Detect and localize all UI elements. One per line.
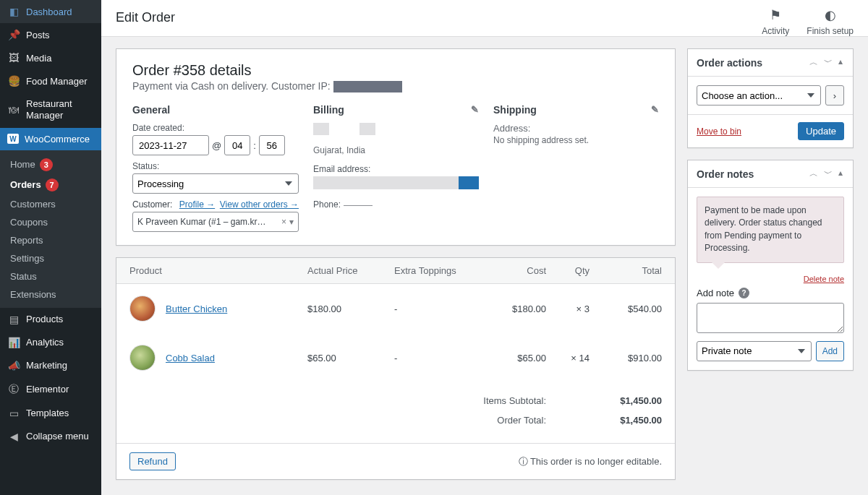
finish-setup-button[interactable]: ◐Finish setup: [807, 7, 854, 36]
ip-redacted: [333, 81, 402, 92]
marketing-icon: 📣: [7, 360, 20, 371]
item-qty: × 3: [546, 304, 590, 314]
not-editable-note: ⓘ This order is no longer editable.: [519, 455, 663, 468]
admin-sidebar: ◧Dashboard 📌Posts 🖾Media 🍔Food Manager 🍽…: [0, 0, 101, 495]
total-value: $1,450.00: [590, 415, 662, 426]
nav-woocommerce[interactable]: WWooCommerce: [0, 128, 101, 150]
item-row: Cobb Salad $65.00 - $65.00 × 14 $910.00: [116, 333, 675, 382]
nav-templates[interactable]: ▭Templates: [0, 402, 101, 425]
hour-input[interactable]: [224, 135, 250, 155]
order-note: Payment to be made upon delivery. Order …: [697, 197, 844, 263]
move-up-icon[interactable]: ︿: [808, 55, 820, 70]
general-heading: General: [132, 104, 299, 116]
order-totals: Items Subtotal:$1,450.00 Order Total:$1,…: [116, 382, 675, 443]
toggle-icon[interactable]: ▴: [837, 166, 844, 181]
order-items-box: Product Actual Price Extra Toppings Cost…: [116, 257, 676, 480]
chevron-down-icon[interactable]: ▾: [289, 217, 294, 227]
trash-link[interactable]: Move to bin: [697, 126, 741, 137]
add-note-label: Add note: [697, 288, 734, 298]
add-note-button[interactable]: Add: [816, 341, 844, 361]
move-down-icon[interactable]: ﹀: [822, 166, 834, 181]
phone-label: Phone:: [313, 199, 479, 210]
order-meta: Payment via Cash on delivery. Customer I…: [132, 80, 659, 92]
food-icon: 🍔: [7, 75, 20, 87]
orders-badge: 7: [46, 178, 59, 191]
info-icon: ⓘ: [519, 456, 528, 467]
subnav-coupons[interactable]: Coupons: [0, 213, 101, 231]
phone-redacted: [344, 205, 373, 206]
nav-label: Elementor: [26, 384, 69, 395]
execute-action-button[interactable]: ›: [825, 85, 844, 106]
product-link[interactable]: Butter Chicken: [166, 304, 227, 314]
move-down-icon[interactable]: ﹀: [822, 55, 834, 70]
nav-label: Media: [26, 53, 51, 64]
col-actual: Actual Price: [307, 265, 394, 276]
edit-billing-icon[interactable]: ✎: [471, 104, 479, 116]
nav-label: Marketing: [26, 360, 67, 371]
nav-products[interactable]: ▤Products: [0, 308, 101, 331]
item-row: Butter Chicken $180.00 - $180.00 × 3 $54…: [116, 284, 675, 333]
item-actual: $65.00: [307, 353, 394, 363]
subnav-reports[interactable]: Reports: [0, 231, 101, 249]
billing-state: Gujarat, India: [313, 145, 479, 155]
nav-elementor[interactable]: ⒺElementor: [0, 377, 101, 402]
finish-label: Finish setup: [807, 26, 854, 36]
delete-note-link[interactable]: Delete note: [804, 275, 844, 283]
subnav-label: Orders: [10, 179, 41, 190]
note-type-select[interactable]: Private note: [697, 341, 812, 361]
item-cost: $65.00: [481, 353, 546, 363]
item-total: $540.00: [590, 304, 662, 314]
profile-link[interactable]: Profile →: [179, 199, 215, 210]
order-actions-title: Order actions: [697, 57, 762, 69]
help-icon[interactable]: ?: [739, 288, 749, 298]
nav-collapse[interactable]: ◀Collapse menu: [0, 425, 101, 448]
refund-button[interactable]: Refund: [129, 452, 176, 470]
nav-food-manager[interactable]: 🍔Food Manager: [0, 69, 101, 92]
dashboard-icon: ◧: [7, 6, 20, 17]
media-icon: 🖾: [7, 52, 20, 64]
note-textarea[interactable]: [697, 303, 844, 333]
collapse-icon: ◀: [7, 431, 20, 442]
date-input[interactable]: [132, 135, 209, 155]
activity-button[interactable]: ⚑Activity: [762, 7, 789, 36]
billing-heading: Billing: [313, 104, 344, 116]
nav-marketing[interactable]: 📣Marketing: [0, 354, 101, 377]
nav-media[interactable]: 🖾Media: [0, 46, 101, 69]
subtotal-value: $1,450.00: [590, 395, 662, 406]
subnav-settings[interactable]: Settings: [0, 249, 101, 267]
progress-icon: ◐: [825, 7, 836, 23]
page-title: Edit Order: [116, 7, 175, 35]
subnav-status[interactable]: Status: [0, 267, 101, 285]
nav-analytics[interactable]: 📊Analytics: [0, 331, 101, 354]
nav-dashboard[interactable]: ◧Dashboard: [0, 0, 101, 23]
update-button[interactable]: Update: [798, 122, 844, 140]
subnav-label: Home: [10, 159, 35, 170]
nav-label: Food Manager: [26, 76, 88, 87]
customer-select[interactable]: K Praveen Kumar (#1 – gam.krinay.dh… ×▾: [132, 212, 299, 232]
move-up-icon[interactable]: ︿: [808, 166, 820, 181]
topbar: Edit Order ⚑Activity ◐Finish setup: [101, 0, 868, 37]
order-details-box: Order #358 details Payment via Cash on d…: [116, 48, 676, 246]
subnav-home[interactable]: Home3: [0, 155, 101, 175]
email-label: Email address:: [313, 164, 479, 174]
subnav-extensions[interactable]: Extensions: [0, 285, 101, 304]
analytics-icon: 📊: [7, 337, 20, 348]
other-orders-link[interactable]: View other orders →: [220, 199, 299, 210]
status-select[interactable]: Processing: [132, 173, 299, 194]
nav-restaurant-manager[interactable]: 🍽Restaurant Manager: [0, 92, 101, 128]
products-icon: ▤: [7, 314, 20, 325]
order-notes-box: Order notes ︿﹀▴ Payment to be made upon …: [687, 160, 854, 371]
product-link[interactable]: Cobb Salad: [166, 353, 215, 363]
toggle-icon[interactable]: ▴: [837, 55, 844, 70]
nav-posts[interactable]: 📌Posts: [0, 23, 101, 46]
clear-customer-icon[interactable]: ×: [281, 217, 286, 227]
nav-label: Products: [26, 314, 63, 324]
nav-label: Templates: [26, 408, 69, 418]
order-action-select[interactable]: Choose an action...: [697, 85, 821, 106]
edit-shipping-icon[interactable]: ✎: [651, 104, 659, 116]
item-qty: × 14: [546, 353, 590, 363]
subnav-orders[interactable]: Orders7: [0, 175, 101, 195]
subnav-customers[interactable]: Customers: [0, 195, 101, 213]
woo-icon: W: [7, 134, 19, 144]
minute-input[interactable]: [259, 135, 285, 155]
